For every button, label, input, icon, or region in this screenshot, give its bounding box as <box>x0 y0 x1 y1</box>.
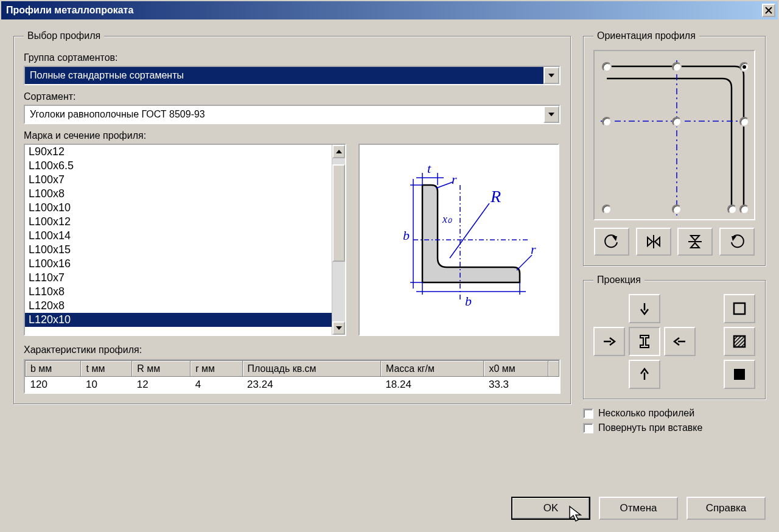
rotate-ccw-button[interactable] <box>594 228 629 256</box>
svg-text:b: b <box>403 228 410 243</box>
scroll-thumb[interactable] <box>332 164 345 262</box>
rotate-ccw-icon <box>604 234 620 250</box>
rotate-on-insert-row[interactable]: Повернуть при вставке <box>583 422 766 433</box>
list-item[interactable]: L100x16 <box>25 257 332 271</box>
proj-outline-button[interactable] <box>724 294 755 323</box>
svg-text:b: b <box>465 293 472 309</box>
svg-rect-27 <box>734 369 745 380</box>
sortament-dropdown-value: Уголоки равнополочные ГОСТ 8509-93 <box>25 106 543 123</box>
table-header[interactable]: Масса кг/м <box>380 361 484 377</box>
list-item[interactable]: L100x7 <box>25 173 332 187</box>
list-item[interactable]: L90x12 <box>25 145 332 159</box>
table-header[interactable]: t мм <box>81 361 132 377</box>
scrollbar[interactable] <box>332 145 345 335</box>
list-item[interactable]: L100x14 <box>25 229 332 243</box>
dialog-window: Профили металлопроката Выбор профиля Гру… <box>0 0 779 532</box>
svg-text:r: r <box>531 242 536 257</box>
projection-group: Проекция <box>583 275 766 399</box>
profile-preview: t r R b b x₀ r <box>358 144 559 336</box>
orient-radio-br1[interactable] <box>727 205 737 214</box>
table-header[interactable]: r мм <box>190 361 242 377</box>
mirror-horizontal-button[interactable] <box>636 228 671 256</box>
titlebar: Профили металлопроката <box>1 1 778 19</box>
multiple-profiles-row[interactable]: Несколько профилей <box>583 408 766 419</box>
ok-button[interactable]: OK <box>511 497 590 520</box>
square-outline-icon <box>732 301 747 316</box>
ibeam-icon <box>638 334 651 349</box>
table-cell: 10 <box>81 377 132 393</box>
profile-listbox[interactable]: L90x12L100x6.5L100x7L100x8L100x10L100x12… <box>24 144 346 336</box>
svg-line-13 <box>517 255 532 270</box>
list-item[interactable]: L120x10 <box>25 313 332 327</box>
svg-line-11 <box>450 203 489 258</box>
table-cell: 18.24 <box>380 377 484 393</box>
table-cell: 12 <box>132 377 190 393</box>
profile-selection-group: Выбор профиля Группа сортаментов: Полные… <box>13 30 571 404</box>
orient-radio-br2[interactable] <box>739 205 749 214</box>
orient-radio-tl[interactable] <box>602 62 612 72</box>
scroll-track[interactable] <box>332 158 345 321</box>
table-header-spacer <box>548 361 559 377</box>
mirror-vertical-button[interactable] <box>677 228 713 256</box>
help-button[interactable]: Справка <box>686 497 766 520</box>
proj-right-button[interactable] <box>664 327 696 356</box>
chevron-down-icon <box>543 67 559 84</box>
mirror-v-icon <box>687 234 703 250</box>
list-item[interactable]: L110x7 <box>25 271 332 285</box>
list-item[interactable]: L100x15 <box>25 243 332 257</box>
orient-radio-mc[interactable] <box>672 117 682 127</box>
table-header[interactable]: x0 мм <box>484 361 548 377</box>
rotate-label: Повернуть при вставке <box>598 422 702 433</box>
proj-front-button[interactable] <box>629 327 660 356</box>
multiple-checkbox[interactable] <box>583 408 593 419</box>
table-header[interactable]: Площадь кв.см <box>242 361 380 377</box>
proj-left-button[interactable] <box>593 327 625 356</box>
scroll-up-button[interactable] <box>332 145 345 158</box>
svg-text:t: t <box>427 161 431 176</box>
list-item[interactable]: L100x12 <box>25 215 332 229</box>
proj-hatch-button[interactable] <box>724 327 755 356</box>
table-header[interactable]: R мм <box>132 361 190 377</box>
orient-radio-bl[interactable] <box>602 205 612 214</box>
rotate-cw-button[interactable] <box>719 228 755 256</box>
table-header[interactable]: b мм <box>26 361 81 377</box>
orient-radio-bc[interactable] <box>672 205 682 214</box>
close-icon <box>765 7 772 14</box>
angle-profile-diagram: t r R b b x₀ r <box>380 155 538 325</box>
svg-text:x₀: x₀ <box>442 213 452 225</box>
orientation-canvas <box>593 50 755 220</box>
orientation-legend: Ориентация профиля <box>593 30 699 41</box>
list-item[interactable]: L110x8 <box>25 285 332 299</box>
svg-text:R: R <box>490 187 501 206</box>
group-label: Группа сортаментов: <box>24 52 561 63</box>
orient-radio-tr[interactable] <box>739 62 749 72</box>
list-item[interactable]: L100x6.5 <box>25 159 332 173</box>
scroll-down-button[interactable] <box>332 321 345 335</box>
arrow-right-icon <box>603 335 616 348</box>
list-item[interactable]: L100x8 <box>25 187 332 201</box>
orient-radio-tc[interactable] <box>672 62 682 72</box>
table-cell: 23.24 <box>242 377 380 393</box>
characteristics-table: b ммt ммR ммr ммПлощадь кв.смМасса кг/мx… <box>24 359 561 394</box>
arrow-up-icon <box>638 368 651 381</box>
table-cell: 4 <box>190 377 242 393</box>
table-cell-spacer <box>548 377 559 393</box>
sortament-dropdown[interactable]: Уголоки равнополочные ГОСТ 8509-93 <box>24 105 561 124</box>
proj-bottom-button[interactable] <box>629 360 660 389</box>
orient-radio-mr[interactable] <box>739 117 749 127</box>
cancel-button[interactable]: Отмена <box>599 497 678 520</box>
orient-radio-ml[interactable] <box>602 117 612 127</box>
square-hatch-icon <box>732 334 747 349</box>
proj-top-button[interactable] <box>629 294 660 323</box>
list-item[interactable]: L120x8 <box>25 299 332 313</box>
svg-text:r: r <box>452 172 457 187</box>
list-item[interactable]: L100x10 <box>25 201 332 215</box>
profile-selection-legend: Выбор профиля <box>24 30 104 41</box>
orientation-shape <box>595 51 754 219</box>
group-dropdown[interactable]: Полные стандартные сортаменты <box>24 66 561 85</box>
close-button[interactable] <box>762 4 775 17</box>
table-cell: 33.3 <box>484 377 548 393</box>
rotate-checkbox[interactable] <box>583 423 593 433</box>
svg-rect-25 <box>734 303 745 314</box>
proj-solid-button[interactable] <box>724 360 755 389</box>
